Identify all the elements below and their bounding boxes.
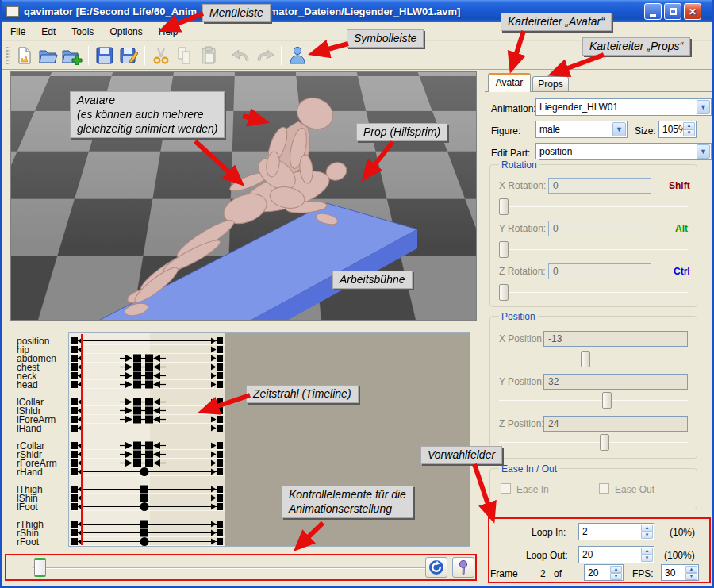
save-button[interactable] <box>94 44 116 67</box>
key-icon <box>456 559 470 575</box>
cut-button[interactable] <box>150 44 172 67</box>
undo-button[interactable] <box>230 44 252 67</box>
avatar-tool-button[interactable] <box>286 44 309 67</box>
frame-slider-handle[interactable] <box>34 558 46 577</box>
open-folder-icon <box>38 46 59 65</box>
timeline-track-labels: positionhipabdomenchestneckheadlCollarlS… <box>17 333 66 548</box>
loop-out-percent: (100%) <box>664 550 695 561</box>
y-rotation-slider-handle[interactable] <box>499 241 509 258</box>
alt-modifier-label: Alt <box>675 223 688 234</box>
paste-icon <box>199 46 218 65</box>
z-rotation-slider[interactable] <box>499 284 688 302</box>
play-loop-button[interactable] <box>425 557 447 578</box>
save-as-button[interactable] <box>117 44 140 67</box>
menu-file[interactable]: File <box>2 24 33 40</box>
x-rotation-label: X Rotation: <box>499 180 546 191</box>
chevron-down-icon[interactable]: ▼ <box>612 122 626 136</box>
copy-button[interactable] <box>174 44 196 67</box>
x-position-slider-handle[interactable] <box>581 351 590 367</box>
menu-tools[interactable]: Tools <box>63 24 102 40</box>
open-file-button[interactable] <box>37 44 60 67</box>
annotation-tab-avatar: Karteireiter „Avatar“ <box>501 13 612 31</box>
size-spinner[interactable]: 105% ▲▼ <box>658 121 697 138</box>
minimize-button[interactable] <box>644 3 662 20</box>
size-label: Size: <box>635 125 656 136</box>
ctrl-modifier-label: Ctrl <box>674 266 690 277</box>
maximize-button[interactable] <box>664 3 681 20</box>
x-position-field[interactable]: -13 <box>543 331 688 347</box>
loop-in-percent: (10%) <box>670 527 695 538</box>
timeline-track-label: rFoot <box>17 536 39 548</box>
x-rotation-slider[interactable] <box>499 198 688 216</box>
x-rotation-slider-handle[interactable] <box>499 198 509 215</box>
spinner-arrows[interactable]: ▲▼ <box>641 525 653 539</box>
chevron-down-icon[interactable]: ▼ <box>697 100 710 114</box>
annotation-presets: Vorwahlfelder <box>420 446 502 464</box>
y-rotation-slider[interactable] <box>499 241 688 259</box>
save-icon <box>95 46 114 65</box>
y-position-field[interactable]: 32 <box>543 374 688 390</box>
y-position-slider[interactable] <box>499 392 688 409</box>
z-position-slider[interactable] <box>499 434 688 452</box>
open-folder-add-icon <box>62 46 83 65</box>
keyframe-button[interactable] <box>452 557 474 578</box>
window-title-left: qavimator [E:/Second Life/60_Anim <box>24 6 197 17</box>
chevron-down-icon[interactable]: ▼ <box>697 144 710 159</box>
frame-total-spinner[interactable]: 20 ▲▼ <box>584 564 624 581</box>
spinner-arrows[interactable]: ▲▼ <box>683 122 695 136</box>
z-position-field[interactable]: 24 <box>543 416 688 432</box>
z-rotation-label: Z Rotation: <box>499 266 546 277</box>
close-button[interactable]: ✕ <box>684 3 701 20</box>
spinner-arrows[interactable]: ▲▼ <box>641 548 653 562</box>
y-position-slider-handle[interactable] <box>602 392 612 409</box>
window-title-right: imator_Dateien/Liegender_HLW01.avm] <box>267 6 460 17</box>
annotation-stage: Arbeitsbühne <box>332 271 413 289</box>
animation-controls-highlight <box>5 554 477 581</box>
scissors-icon <box>152 46 170 65</box>
animation-dropdown[interactable]: Liegender_HLW01 ▼ <box>536 98 712 116</box>
spinner-arrows[interactable]: ▲▼ <box>685 566 697 579</box>
loop-in-spinner[interactable]: 2 ▲▼ <box>578 523 654 540</box>
ease-out-label: Ease Out <box>615 484 654 495</box>
undo-arrow-icon <box>231 46 251 65</box>
loop-out-label: Loop Out: <box>526 550 568 561</box>
annotation-tab-props: Karteireiter „Props“ <box>582 37 690 56</box>
new-file-button[interactable] <box>13 44 36 67</box>
fps-spinner[interactable]: 30 ▲▼ <box>661 564 699 581</box>
annotation-toolbar: Symbolleiste <box>347 29 424 48</box>
annotation-menubar: Menüleiste <box>202 4 271 22</box>
menu-options[interactable]: Options <box>102 24 150 40</box>
z-rotation-field[interactable]: 0 <box>548 263 651 279</box>
open-add-file-button[interactable] <box>61 44 83 67</box>
edit-part-dropdown[interactable]: position ▼ <box>536 143 712 160</box>
app-icon <box>6 6 19 17</box>
loop-play-icon <box>428 559 444 575</box>
ease-in-checkbox[interactable] <box>501 483 511 494</box>
new-file-icon <box>15 46 34 65</box>
figure-label: Figure: <box>491 125 520 136</box>
z-rotation-slider-handle[interactable] <box>499 284 509 301</box>
ease-group-title: Ease In / Out <box>499 463 559 475</box>
spinner-arrows[interactable]: ▲▼ <box>610 566 622 579</box>
x-rotation-field[interactable]: 0 <box>548 178 651 194</box>
qavimator-window: qavimator [E:/Second Life/60_Anim imator… <box>0 0 714 588</box>
redo-button[interactable] <box>254 44 276 67</box>
frame-slider-track[interactable] <box>33 567 425 569</box>
tab-props[interactable]: Props <box>532 76 569 92</box>
fps-label: FPS: <box>632 568 654 579</box>
ease-out-checkbox[interactable] <box>599 483 609 494</box>
paste-button[interactable] <box>198 44 220 67</box>
menu-help[interactable]: Help <box>151 24 186 40</box>
menu-edit[interactable]: Edt <box>33 24 63 40</box>
x-position-slider[interactable] <box>499 351 688 368</box>
figure-dropdown[interactable]: male ▼ <box>536 121 628 138</box>
z-position-slider-handle[interactable] <box>600 434 609 451</box>
y-rotation-field[interactable]: 0 <box>548 221 651 236</box>
frame-current: 2 <box>540 568 546 579</box>
shift-modifier-label: Shift <box>669 180 690 191</box>
toolbar-grip[interactable] <box>6 47 10 64</box>
tab-avatar[interactable]: Avatar <box>488 73 531 92</box>
timeline-track-label: rHand <box>17 467 43 478</box>
annotation-controls: Kontrollelemente für die Animationserste… <box>282 486 413 518</box>
loop-out-spinner[interactable]: 20 ▲▼ <box>578 546 654 563</box>
